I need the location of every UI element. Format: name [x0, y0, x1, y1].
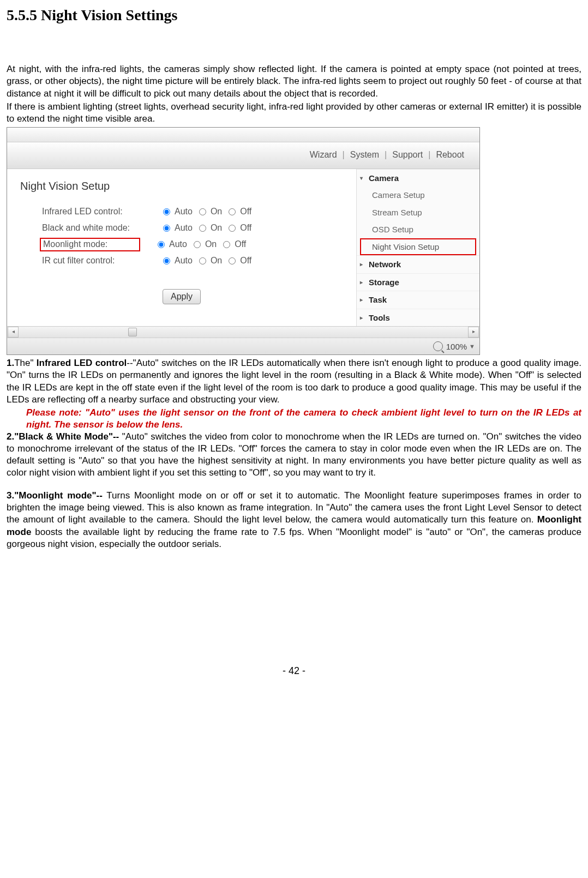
- sidebar-stream-setup[interactable]: Stream Setup: [357, 204, 479, 221]
- item1-lead: 1.: [7, 358, 14, 368]
- item-3-text: 3."Moonlight mode"-- Turns Moonlight mod…: [7, 490, 581, 550]
- radio-bw-off[interactable]: [229, 225, 236, 232]
- row-ircut: IR cut filter control: Auto On Off: [20, 253, 343, 269]
- row-infrared-led: Infrared LED control: Auto On Off: [20, 204, 343, 220]
- toolbar-support[interactable]: Support: [387, 149, 428, 161]
- opt-auto: Auto: [175, 222, 193, 234]
- radio-moon-off[interactable]: [223, 241, 230, 248]
- item-2-text: 2."Black & White Mode"-- "Auto" switches…: [7, 431, 581, 479]
- sidebar-osd-setup[interactable]: OSD Setup: [357, 221, 479, 238]
- label-ircut: IR cut filter control:: [20, 255, 160, 267]
- horizontal-scrollbar[interactable]: ◂ ▸: [7, 326, 479, 338]
- intro-paragraph-2: If there is ambient lighting (street lig…: [7, 101, 581, 125]
- radio-ircut-off[interactable]: [229, 257, 236, 264]
- opt-on: On: [205, 239, 217, 250]
- opt-on: On: [211, 255, 222, 267]
- scroll-left-arrow-icon[interactable]: ◂: [8, 327, 19, 338]
- radio-ircut-auto[interactable]: [163, 257, 170, 264]
- item3-bold: 3."Moonlight mode"--: [7, 490, 103, 501]
- zoom-value[interactable]: 100%: [446, 341, 467, 352]
- scroll-right-arrow-icon[interactable]: ▸: [468, 327, 479, 338]
- radio-ir-auto[interactable]: [163, 208, 170, 215]
- label-moonlight-highlighted: Moonlight mode:: [40, 238, 140, 251]
- window-titlebar: [7, 128, 479, 142]
- item-1-text: 1.The" Infrared LED control--"Auto" swit…: [7, 357, 581, 405]
- sidebar-night-vision-highlighted[interactable]: Night Vision Setup: [360, 238, 476, 256]
- zoom-icon[interactable]: [433, 341, 443, 351]
- sidebar-storage[interactable]: Storage: [357, 273, 479, 291]
- opt-off: Off: [240, 255, 251, 267]
- note-red: Please note: "Auto" uses the light senso…: [7, 407, 581, 431]
- section-heading: 5.5.5 Night Vision Settings: [7, 5, 581, 25]
- apply-button[interactable]: Apply: [163, 289, 201, 304]
- screenshot-window: Wizard | System | Support | Reboot Night…: [7, 127, 480, 356]
- label-infrared-led: Infrared LED control:: [20, 206, 160, 218]
- toolbar-reboot[interactable]: Reboot: [430, 149, 470, 161]
- sidebar-task[interactable]: Task: [357, 291, 479, 309]
- opt-off: Off: [240, 222, 251, 234]
- sidebar-camera-setup[interactable]: Camera Setup: [357, 187, 479, 204]
- item3-rest-b: boosts the available light by reducing t…: [7, 527, 581, 549]
- sidebar-network[interactable]: Network: [357, 255, 479, 273]
- item2-bold: 2."Black & White Mode"--: [7, 431, 119, 442]
- panel-title: Night Vision Setup: [20, 179, 343, 193]
- intro-paragraph-1: At night, with the infra-red lights, the…: [7, 63, 581, 99]
- status-bar: 100% ▼: [7, 338, 479, 354]
- page-number: - 42 -: [7, 665, 581, 677]
- toolbar-system[interactable]: System: [345, 149, 385, 161]
- sidebar: Camera Camera Setup Stream Setup OSD Set…: [357, 169, 479, 327]
- radio-bw-auto[interactable]: [163, 225, 170, 232]
- radio-ir-off[interactable]: [229, 208, 236, 215]
- opt-auto: Auto: [175, 206, 193, 218]
- label-bw-mode: Black and white mode:: [20, 222, 160, 234]
- row-bw-mode: Black and white mode: Auto On Off: [20, 220, 343, 237]
- radio-moon-auto[interactable]: [158, 241, 165, 248]
- opt-on: On: [211, 222, 222, 234]
- sidebar-camera[interactable]: Camera: [357, 169, 479, 187]
- main-panel: Night Vision Setup Infrared LED control:…: [7, 169, 357, 327]
- radio-ircut-on[interactable]: [199, 257, 206, 264]
- row-moonlight: Moonlight mode: Auto On Off: [20, 237, 343, 253]
- toolbar-wizard[interactable]: Wizard: [304, 149, 343, 161]
- opt-off: Off: [240, 206, 251, 218]
- radio-bw-on[interactable]: [199, 225, 206, 232]
- item1-bold: Infrared LED control: [37, 358, 127, 368]
- zoom-dropdown-icon[interactable]: ▼: [469, 342, 475, 350]
- opt-off: Off: [235, 239, 246, 250]
- radio-ir-on[interactable]: [199, 208, 206, 215]
- scroll-thumb[interactable]: [128, 328, 137, 336]
- opt-auto: Auto: [169, 239, 187, 250]
- opt-auto: Auto: [175, 255, 193, 267]
- radio-moon-on[interactable]: [194, 241, 201, 248]
- opt-on: On: [211, 206, 222, 218]
- sidebar-tools[interactable]: Tools: [357, 309, 479, 327]
- top-toolbar: Wizard | System | Support | Reboot: [7, 142, 479, 169]
